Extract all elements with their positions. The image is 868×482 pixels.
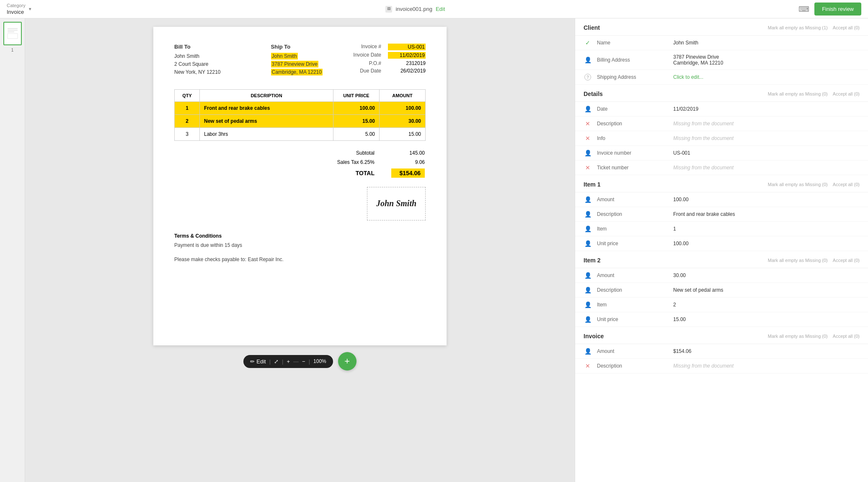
total-label: TOTAL [356, 170, 375, 176]
table-row: 2 New set of pedal arms 15.00 30.00 [175, 114, 426, 127]
zoom-in-button[interactable]: + [287, 358, 290, 365]
item1-desc-label: Description [597, 211, 668, 217]
invoice-number-row: 👤 Invoice number US-001 [575, 146, 868, 161]
item1-amount-row: 👤 Amount 100.00 [575, 192, 868, 207]
invoice-accept-all[interactable]: Accept all (0) [833, 334, 860, 339]
edit-icon: ✏ [250, 358, 255, 365]
client-section-header: Client Mark all empty as Missing (1) Acc… [575, 18, 868, 36]
name-label: Name [597, 40, 668, 46]
ship-to-block: Ship To John Smith 3787 Pineview Drive C… [271, 44, 323, 77]
edit-label: Edit [256, 358, 266, 365]
item1-desc-value: Front and rear brake cables [673, 211, 860, 217]
document-viewer: Bill To John Smith 2 Court Square New Yo… [25, 18, 575, 482]
ticket-number-row: ✕ Ticket number Missing from the documen… [575, 161, 868, 175]
toolbar-pill: ✏ Edit | ⤢ | + — − | 100% [243, 355, 333, 368]
invoice-mark-missing[interactable]: Mark all empty as Missing (0) [768, 334, 828, 339]
item1-mark-missing[interactable]: Mark all empty as Missing (0) [768, 182, 828, 187]
due-date-value: 26/02/2019 [388, 68, 426, 74]
fab-add-button[interactable]: + [338, 352, 356, 371]
po-value: 2312019 [388, 60, 426, 66]
item1-unitprice-label: Unit price [597, 241, 668, 246]
category-label: Category [7, 3, 26, 8]
ship-address2: Cambridge, MA 12210 [271, 69, 323, 75]
person-icon-i1unit: 👤 [584, 240, 592, 247]
totals-section: Subtotal 145.00 Sales Tax 6.25% 9.06 TOT… [174, 149, 426, 179]
file-icon: 🖼 [385, 6, 392, 13]
invoice-amount-value: $154.06 [673, 348, 860, 354]
client-mark-missing[interactable]: Mark all empty as Missing (1) [768, 25, 828, 30]
thumbnail-preview [6, 25, 19, 42]
row3-amount: 15.00 [380, 127, 426, 140]
finish-review-button[interactable]: Finish review [814, 3, 861, 16]
expand-button[interactable]: ⤢ [274, 358, 279, 365]
billing-addr2: Cambridge, MA 12210 [673, 60, 860, 66]
col-unit: UNIT PRICE [333, 89, 380, 101]
row1-qty: 1 [175, 101, 200, 114]
invoice-section-header: Invoice Mark all empty as Missing (0) Ac… [575, 327, 868, 344]
item1-unitprice-row: 👤 Unit price 100.00 [575, 236, 868, 251]
invoice-header: Bill To John Smith 2 Court Square New Yo… [174, 44, 426, 77]
info-label: Info [597, 135, 668, 141]
top-bar-right: ⌨ Finish review [798, 3, 861, 16]
item1-unitprice-value: 100.00 [673, 241, 860, 246]
shipping-value[interactable]: Click to edit... [673, 74, 860, 80]
bill-to-label: Bill To [174, 44, 221, 50]
signature-box: John Smith [367, 187, 426, 220]
keyboard-icon: ⌨ [798, 5, 809, 14]
invoice-section-title: Invoice [584, 333, 604, 339]
page-thumbnail-1[interactable] [3, 22, 22, 45]
person-icon-invamt: 👤 [584, 348, 592, 355]
invoice-desc-label: Description [597, 363, 668, 369]
item2-unitprice-label: Unit price [597, 316, 668, 322]
shipping-label: Shipping Address [597, 74, 668, 80]
edit-button[interactable]: ✏ Edit [250, 358, 266, 365]
item2-accept-all[interactable]: Accept all (0) [833, 258, 860, 263]
item2-desc-value: New set of pedal arms [673, 287, 860, 293]
item1-accept-all[interactable]: Accept all (0) [833, 182, 860, 187]
divider2: | [282, 358, 283, 365]
item1-item-label: Item [597, 226, 668, 232]
client-name-row: ✓ Name John Smith [575, 36, 868, 50]
x-icon-ticket: ✕ [584, 164, 592, 171]
row3-qty: 3 [175, 127, 200, 140]
row2-desc: New set of pedal arms [200, 114, 333, 127]
ticket-number-label: Ticket number [597, 165, 668, 171]
invoice-amount-row: 👤 Amount $154.06 [575, 344, 868, 359]
billing-address-row: 👤 Billing Address 3787 Pineview Drive Ca… [575, 50, 868, 70]
terms-line2: Please make checks payable to: East Repa… [174, 256, 426, 264]
terms-section: Terms & Conditions Payment is due within… [174, 233, 426, 264]
details-mark-missing[interactable]: Mark all empty as Missing (0) [768, 91, 828, 96]
due-date-label: Due Date [360, 68, 381, 74]
details-section-header: Details Mark all empty as Missing (0) Ac… [575, 85, 868, 102]
item2-desc-row: 👤 Description New set of pedal arms [575, 283, 868, 298]
date-row: 👤 Date 11/02/2019 [575, 102, 868, 117]
dropdown-icon: ▼ [28, 7, 32, 11]
top-bar: Category Invoice ▼ 🖼 invoice001.png Edit… [0, 0, 868, 18]
zoom-out-button[interactable]: − [302, 358, 305, 365]
billing-value: 3787 Pineview Drive Cambridge, MA 12210 [673, 54, 860, 66]
invoice-num-label: Invoice # [361, 44, 381, 50]
zoom-level: 100% [313, 358, 326, 364]
terms-heading: Terms & Conditions [174, 233, 426, 239]
total-value: $154.06 [391, 168, 425, 178]
subtotal-row: Subtotal 145.00 [356, 149, 425, 157]
item2-desc-label: Description [597, 287, 668, 293]
check-icon: ✓ [584, 39, 592, 46]
client-accept-all[interactable]: Accept all (0) [833, 25, 860, 30]
col-amount: AMOUNT [380, 89, 426, 101]
page-number-1: 1 [11, 48, 14, 52]
divider1: | [269, 358, 271, 365]
file-edit-link[interactable]: Edit [436, 6, 445, 12]
ship-to-label: Ship To [271, 44, 323, 50]
signature: John Smith [376, 199, 416, 208]
ticket-number-value: Missing from the document [673, 165, 860, 171]
row3-unit: 5.00 [333, 127, 380, 140]
bill-name: John Smith [174, 52, 221, 60]
item2-mark-missing[interactable]: Mark all empty as Missing (0) [768, 258, 828, 263]
person-icon-i1amt: 👤 [584, 196, 592, 203]
divider3: — [293, 358, 299, 365]
details-accept-all[interactable]: Accept all (0) [833, 91, 860, 96]
row3-desc: Labor 3hrs [200, 127, 333, 140]
category-selector[interactable]: Category Invoice ▼ [7, 3, 32, 15]
invoice-page: Bill To John Smith 2 Court Square New Yo… [153, 27, 447, 345]
